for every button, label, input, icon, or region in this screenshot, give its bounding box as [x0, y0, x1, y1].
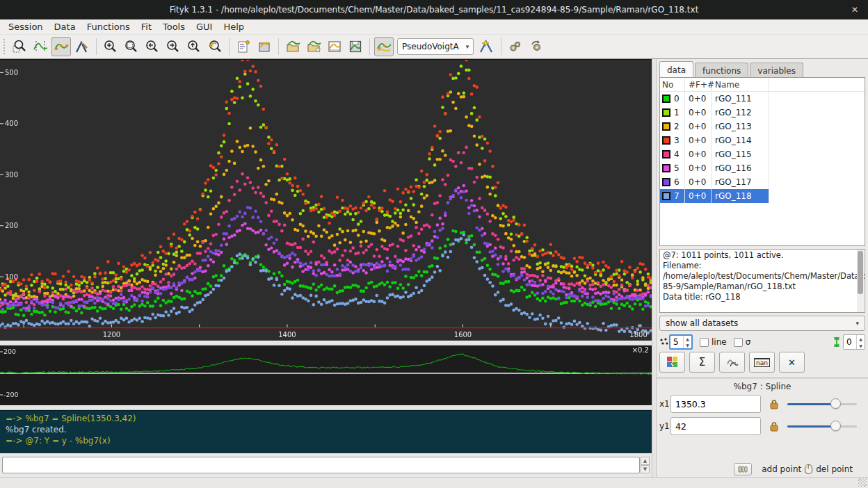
- spin-up-icon[interactable]: ▲: [684, 336, 691, 342]
- point-size-input[interactable]: [670, 336, 683, 348]
- color-swatch[interactable]: [662, 192, 670, 200]
- dataset-list: No #F+# Name 00+0rGO_11110+0rGO_11220+0r…: [659, 77, 865, 246]
- table-row[interactable]: 10+0rGO_112: [660, 106, 865, 120]
- sigma-checkbox-label: σ: [746, 337, 751, 347]
- aux-plot-canvas[interactable]: [0, 345, 652, 405]
- mouse-config-button[interactable]: [734, 463, 752, 475]
- y1-slider-handle[interactable]: [830, 421, 841, 431]
- spinner-arrows[interactable]: ▲▼: [683, 336, 691, 348]
- point-size-spinner[interactable]: ▲▼: [669, 334, 693, 350]
- color-swatch[interactable]: [662, 178, 670, 186]
- table-row[interactable]: 60+0rGO_117: [660, 175, 865, 189]
- settings-button[interactable]: [506, 37, 525, 56]
- delete-points-button[interactable]: ✕: [779, 352, 805, 373]
- mode-peak-draw-button[interactable]: [72, 37, 92, 56]
- copy-functions-button[interactable]: [719, 352, 745, 373]
- strip-background-button[interactable]: [374, 37, 394, 56]
- mode-background-button[interactable]: [51, 37, 71, 56]
- menu-item-help[interactable]: Help: [218, 21, 250, 33]
- show-log-button[interactable]: [234, 37, 253, 56]
- zoom-vertical-button[interactable]: [184, 37, 204, 56]
- add-peak-button[interactable]: [477, 37, 497, 56]
- info-scrollbar[interactable]: [857, 250, 864, 312]
- history-down-icon[interactable]: ▼: [641, 465, 650, 473]
- header-name: Name: [712, 78, 769, 91]
- table-row[interactable]: 40+0rGO_115: [660, 147, 865, 161]
- command-input[interactable]: [2, 457, 640, 473]
- tab-variables[interactable]: variables: [750, 63, 803, 78]
- command-history-spinner: ▲ ▼: [641, 457, 650, 473]
- spinner-arrows[interactable]: ▲▼: [856, 335, 865, 349]
- reset-session-button[interactable]: [255, 37, 274, 56]
- color-swatch[interactable]: [662, 95, 670, 103]
- menu-item-tools[interactable]: Tools: [157, 21, 191, 33]
- zoom-previous-button[interactable]: [205, 37, 225, 56]
- table-row[interactable]: 30+0rGO_114: [660, 133, 865, 147]
- tab-data[interactable]: data: [659, 61, 693, 78]
- nan-button[interactable]: nan: [749, 352, 775, 373]
- line-checkbox[interactable]: [700, 338, 709, 347]
- zoom-left-button[interactable]: [143, 37, 162, 56]
- toolbar-grip[interactable]: [3, 39, 7, 54]
- show-all-datasets-dropdown[interactable]: show all datasets ▾: [659, 316, 865, 331]
- resize-grip[interactable]: [858, 478, 867, 487]
- color-swatch[interactable]: [662, 122, 670, 131]
- load-data-button[interactable]: [283, 37, 303, 56]
- color-swatch[interactable]: [662, 164, 670, 172]
- menu-item-gui[interactable]: GUI: [191, 21, 218, 33]
- toolbar-separator: [96, 38, 97, 55]
- mode-zoom-button[interactable]: [10, 37, 29, 56]
- peak-type-select[interactable]: PseudoVoigtA ▾: [397, 38, 474, 55]
- history-up-icon[interactable]: ▲: [641, 457, 650, 465]
- y1-input[interactable]: [670, 417, 761, 435]
- tab-functions[interactable]: functions: [695, 63, 748, 78]
- y1-label: y1: [659, 421, 670, 431]
- x1-slider-handle[interactable]: [830, 398, 841, 409]
- x1-slider[interactable]: [787, 398, 857, 409]
- peak-type-value: PseudoVoigtA: [402, 42, 459, 51]
- load-data-custom-button[interactable]: [304, 37, 323, 56]
- zoom-right-button[interactable]: [163, 37, 183, 56]
- y-shift-input[interactable]: [844, 336, 856, 348]
- title-bar[interactable]: Fityk 1.3.1 - /home/aleplo/test/Document…: [0, 0, 868, 19]
- execute-script-button[interactable]: [527, 37, 546, 56]
- dataset-number: 5: [674, 163, 680, 173]
- spin-up-icon[interactable]: ▲: [857, 335, 865, 342]
- menu-item-functions[interactable]: Functions: [81, 21, 136, 33]
- spin-down-icon[interactable]: ▼: [857, 342, 865, 349]
- color-grid-button[interactable]: [659, 352, 685, 373]
- x1-input[interactable]: [670, 395, 761, 413]
- spin-down-icon[interactable]: ▼: [684, 342, 691, 348]
- menu-item-fit[interactable]: Fit: [136, 21, 157, 33]
- console-line: =-> @7: Y = y - %bg7(x): [6, 435, 646, 446]
- panel-splitter[interactable]: [652, 59, 657, 477]
- menu-bar: SessionDataFunctionsFitToolsGUIHelp: [0, 19, 868, 35]
- table-row[interactable]: 50+0rGO_116: [660, 161, 865, 175]
- plot-sash[interactable]: [0, 341, 652, 345]
- menu-item-data[interactable]: Data: [49, 21, 81, 33]
- y1-lock-button[interactable]: [766, 418, 782, 434]
- y1-slider[interactable]: [787, 421, 857, 432]
- zoom-in-button[interactable]: [101, 37, 120, 56]
- zoom-all-button[interactable]: [122, 37, 141, 56]
- mode-data-range-button[interactable]: [31, 37, 50, 56]
- sigma-checkbox[interactable]: [734, 338, 743, 347]
- y-shift-spinner[interactable]: ▲▼: [843, 334, 865, 350]
- x1-lock-button[interactable]: [766, 396, 782, 412]
- menu-item-session[interactable]: Session: [3, 21, 49, 33]
- console-sash[interactable]: [0, 405, 652, 410]
- color-swatch[interactable]: [662, 150, 670, 158]
- color-swatch[interactable]: [662, 108, 670, 117]
- save-session-button[interactable]: [346, 37, 365, 56]
- main-plot-canvas[interactable]: [0, 60, 652, 341]
- close-button[interactable]: ✕: [847, 0, 862, 19]
- color-swatch[interactable]: [662, 136, 670, 145]
- info-scrollbar-thumb[interactable]: [858, 251, 863, 294]
- table-row[interactable]: 20+0rGO_113: [660, 120, 865, 133]
- dataset-fcount: 0+0: [685, 175, 712, 189]
- export-image-button[interactable]: [325, 37, 344, 56]
- table-row[interactable]: 00+0rGO_111: [660, 92, 865, 106]
- sum-button[interactable]: Σ: [689, 352, 715, 373]
- dataset-action-buttons: Σ nan ✕: [659, 352, 809, 373]
- table-row[interactable]: 70+0rGO_118: [660, 189, 865, 203]
